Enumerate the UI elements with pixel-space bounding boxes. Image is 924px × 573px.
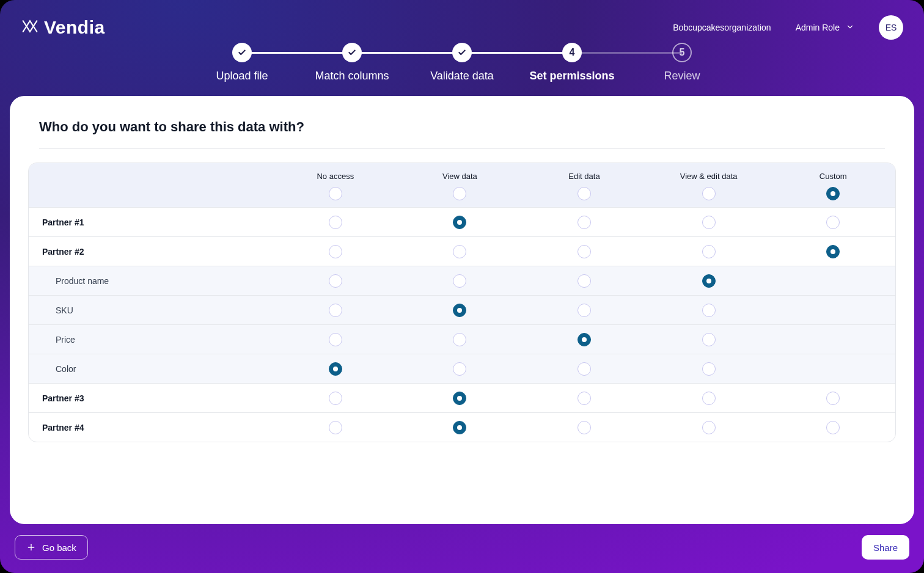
permission-cell <box>398 362 522 376</box>
avatar[interactable]: ES <box>879 15 903 40</box>
permission-radio[interactable] <box>578 421 591 434</box>
step-2[interactable]: Match columns <box>297 43 407 82</box>
permission-radio[interactable] <box>578 333 591 346</box>
permission-cell <box>522 421 647 434</box>
permission-radio[interactable] <box>578 392 591 405</box>
permission-radio[interactable] <box>826 392 840 405</box>
step-1[interactable]: Upload file <box>187 43 297 82</box>
permission-radio[interactable] <box>329 216 342 229</box>
row-label: Partner #2 <box>29 247 273 257</box>
row-label: Partner #3 <box>29 393 273 403</box>
permission-cell <box>398 274 522 288</box>
row-label: Price <box>29 335 273 345</box>
permission-radio[interactable] <box>578 274 591 288</box>
permission-cell <box>771 216 895 229</box>
header-radio[interactable] <box>329 187 342 200</box>
column-header: View & edit data <box>647 172 771 200</box>
row-label: Partner #4 <box>29 423 273 432</box>
brand-icon <box>21 17 39 38</box>
permission-radio[interactable] <box>702 216 716 229</box>
permissions-card: Who do you want to share this data with?… <box>10 96 914 524</box>
permission-cell <box>771 421 895 434</box>
org-name[interactable]: Bobcupcakesorganization <box>673 23 771 32</box>
permission-radio[interactable] <box>578 304 591 317</box>
step-indicator <box>342 43 362 62</box>
step-4[interactable]: 4Set permissions <box>517 43 627 82</box>
permission-cell <box>398 392 522 405</box>
permission-radio[interactable] <box>329 304 342 317</box>
column-title: Edit data <box>568 172 600 181</box>
permission-cell <box>273 392 398 405</box>
permission-cell <box>522 362 647 376</box>
column-header: View data <box>398 172 522 200</box>
permission-radio[interactable] <box>702 245 716 258</box>
permission-radio[interactable] <box>453 362 466 376</box>
plus-icon <box>26 542 36 552</box>
column-header: Edit data <box>522 172 647 200</box>
permission-cell <box>522 216 647 229</box>
header-radio[interactable] <box>578 187 591 200</box>
step-3[interactable]: Validate data <box>407 43 517 82</box>
permission-radio[interactable] <box>329 421 342 434</box>
permission-radio[interactable] <box>826 421 840 434</box>
role-select[interactable]: Admin Role <box>796 23 854 33</box>
header-radio[interactable] <box>453 187 466 200</box>
permission-radio[interactable] <box>453 216 466 229</box>
permission-radio[interactable] <box>702 421 716 434</box>
permission-cell <box>522 274 647 288</box>
share-label: Share <box>873 542 898 553</box>
permission-cell <box>647 274 771 288</box>
permission-radio[interactable] <box>329 362 342 376</box>
column-header: Custom <box>771 172 895 200</box>
row-label: Color <box>29 364 273 374</box>
share-button[interactable]: Share <box>862 535 909 560</box>
permission-radio[interactable] <box>453 421 466 434</box>
step-indicator: 4 <box>562 43 582 62</box>
column-title: Custom <box>820 172 847 181</box>
permission-radio[interactable] <box>329 245 342 258</box>
card-title: Who do you want to share this data with? <box>39 114 885 149</box>
header-radio[interactable] <box>826 187 840 200</box>
row-label: Product name <box>29 276 273 286</box>
permission-radio[interactable] <box>826 216 840 229</box>
permission-radio[interactable] <box>329 392 342 405</box>
row-label: SKU <box>29 305 273 315</box>
permissions-table: No accessView dataEdit dataView & edit d… <box>28 162 896 442</box>
go-back-button[interactable]: Go back <box>15 535 88 560</box>
permission-radio[interactable] <box>453 245 466 258</box>
permission-radio[interactable] <box>702 274 716 288</box>
brand-logo[interactable]: Vendia <box>21 17 105 38</box>
permission-cell <box>273 274 398 288</box>
permission-cell <box>398 245 522 258</box>
header-radio[interactable] <box>702 187 716 200</box>
partner-row: Partner #4 <box>29 412 895 442</box>
permission-radio[interactable] <box>702 304 716 317</box>
field-row: Product name <box>29 266 895 295</box>
permission-cell <box>771 392 895 405</box>
permission-radio[interactable] <box>578 245 591 258</box>
permission-cell <box>273 421 398 434</box>
permission-cell <box>273 362 398 376</box>
permission-radio[interactable] <box>702 333 716 346</box>
permission-radio[interactable] <box>329 274 342 288</box>
permission-radio[interactable] <box>329 333 342 346</box>
permission-radio[interactable] <box>702 362 716 376</box>
avatar-initials: ES <box>886 23 897 32</box>
permission-cell <box>273 304 398 317</box>
step-5[interactable]: 5Review <box>627 43 737 82</box>
permission-radio[interactable] <box>826 245 840 258</box>
column-title: No access <box>317 172 354 181</box>
permission-radio[interactable] <box>453 274 466 288</box>
permission-cell <box>647 392 771 405</box>
permission-cell <box>647 421 771 434</box>
partner-row: Partner #3 <box>29 383 895 412</box>
permission-radio[interactable] <box>578 216 591 229</box>
permission-radio[interactable] <box>453 304 466 317</box>
permission-radio[interactable] <box>453 392 466 405</box>
permission-cell <box>398 304 522 317</box>
permission-radio[interactable] <box>578 362 591 376</box>
permission-radio[interactable] <box>453 333 466 346</box>
permission-cell <box>398 421 522 434</box>
permission-radio[interactable] <box>702 392 716 405</box>
step-label: Upload file <box>216 70 268 82</box>
